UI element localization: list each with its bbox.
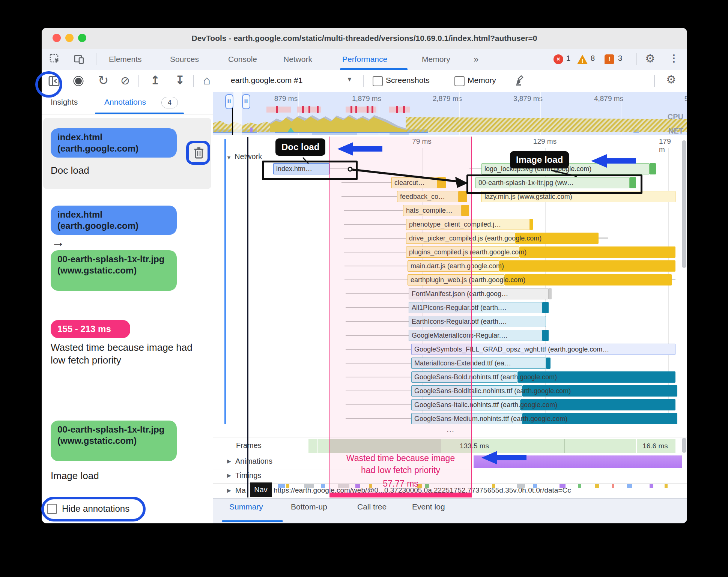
network-request-bar-download[interactable] — [505, 274, 672, 285]
tab-performance[interactable]: Performance — [342, 49, 387, 69]
overview-ruler-tick: 3,879 ms — [513, 95, 543, 103]
timeline-overview[interactable]: 879 ms1,879 ms2,879 ms3,879 ms4,879 ms5,… — [213, 92, 687, 135]
warning-badge-icon[interactable]: ! — [577, 55, 588, 64]
network-request-bar-download[interactable] — [520, 246, 675, 258]
long-task-marker — [350, 106, 352, 113]
annotation-connector-arrow: → — [51, 234, 65, 250]
overview-ruler-tick: 1,879 ms — [352, 95, 381, 103]
tab-console[interactable]: Console — [228, 49, 257, 69]
bottom-tab-bottom-up[interactable]: Bottom-up — [291, 502, 327, 511]
home-icon[interactable]: ⌂ — [203, 73, 211, 87]
tab-annotations[interactable]: Annotations — [104, 98, 146, 107]
window-handle-right[interactable]: II — [242, 94, 250, 109]
window-marker-line — [232, 108, 233, 135]
long-task-marker — [276, 106, 278, 113]
bottom-tab-summary[interactable]: Summary — [229, 502, 263, 511]
image-load-entry-outline — [466, 174, 642, 194]
clear-icon[interactable]: ⊘ — [120, 74, 130, 87]
main-collapse-icon[interactable]: ▶ — [227, 487, 231, 493]
warning-count: 8 — [591, 54, 595, 63]
long-task-marker — [367, 106, 369, 113]
tab-elements[interactable]: Elements — [109, 49, 142, 69]
tab-memory[interactable]: Memory — [422, 49, 450, 69]
network-request-bar-download[interactable] — [542, 302, 549, 313]
record-icon[interactable] — [73, 75, 84, 88]
sidebar-tab-underline — [95, 113, 184, 114]
tab-insights[interactable]: Insights — [51, 98, 78, 107]
frame-segment[interactable] — [308, 439, 317, 453]
tab-sources[interactable]: Sources — [170, 49, 199, 69]
network-request-bar-download[interactable] — [549, 288, 552, 299]
annotation-pill[interactable]: index.html (earth.google.com) — [51, 128, 177, 158]
titlebar: DevTools - earth.google.com/static/multi… — [42, 28, 687, 49]
network-request-bar-download[interactable] — [542, 330, 549, 341]
target-selector[interactable]: earth.google.com #1 — [231, 76, 302, 85]
upload-profile-icon[interactable]: ↥ — [150, 74, 160, 87]
track-label-main: Ma — [235, 486, 246, 495]
window-title: DevTools - earth.google.com/static/multi… — [42, 28, 687, 49]
long-task-marker — [403, 106, 405, 113]
tab-network[interactable]: Network — [283, 49, 312, 69]
kebab-menu-icon[interactable]: ⋮ — [669, 53, 679, 64]
annotation-label: Image load — [51, 469, 163, 482]
waterfall-scrollbar-thumb[interactable] — [682, 140, 686, 268]
overview-ruler-tick: 4,879 ms — [594, 95, 623, 103]
timings-collapse-icon[interactable]: ▶ — [227, 472, 231, 478]
network-track-label: Network — [235, 152, 262, 161]
animations-collapse-icon[interactable]: ▶ — [227, 458, 231, 464]
devtools-tabbar: ElementsSourcesConsoleNetworkPerformance… — [42, 49, 687, 70]
long-task-marker — [308, 106, 310, 113]
frame-duration-label-2: 16.6 ms — [642, 442, 668, 450]
annotations-count-badge: 4 — [161, 97, 178, 108]
selected-window-gap — [233, 92, 242, 135]
bottom-tab-event-log[interactable]: Event log — [412, 502, 445, 511]
garbage-collect-brush-icon[interactable] — [514, 74, 526, 89]
inspect-icon[interactable] — [49, 53, 61, 67]
window-handle-left[interactable]: II — [225, 94, 233, 109]
bottom-tab-call-tree[interactable]: Call tree — [357, 502, 387, 511]
bottom-panel-tabbar: SummaryBottom-upCall treeEvent log — [213, 498, 687, 523]
highlight-ring-sidebar-toggle — [35, 71, 62, 98]
long-task-marker — [317, 106, 319, 113]
network-collapse-icon[interactable]: ▼ — [226, 155, 232, 161]
network-request-bar-download[interactable] — [499, 260, 675, 272]
more-tabs-icon[interactable]: » — [474, 49, 478, 69]
net-track-label: NET — [668, 127, 683, 135]
device-toolbar-icon[interactable] — [73, 53, 85, 67]
chevron-down-icon[interactable]: ▼ — [346, 76, 353, 83]
settings-gear-icon[interactable]: ⚙ — [645, 52, 655, 65]
doc-load-pointer-arrow-icon — [336, 141, 384, 158]
error-badge-icon[interactable]: × — [554, 54, 563, 64]
toolbar-divider-2 — [193, 75, 194, 87]
annotation-pill[interactable]: 155 - 213 ms — [51, 320, 130, 338]
overview-ruler-tick: 879 ms — [274, 95, 298, 103]
network-request-bar-download[interactable] — [650, 163, 656, 174]
annotation-pill[interactable]: 00-earth-splash-1x-ltr.jpg (www.gstatic.… — [51, 421, 177, 461]
overview-ruler-tick: 2,879 ms — [433, 95, 462, 103]
navigation-marker-line — [247, 137, 248, 497]
overview-ruler-tick: 5,8 — [684, 95, 687, 103]
request-tail — [599, 237, 608, 239]
nav-marker-label: Nav — [250, 482, 272, 497]
issues-badge-icon[interactable]: ! — [605, 54, 614, 64]
screenshots-checkbox[interactable] — [373, 76, 383, 86]
network-request-bar-download[interactable] — [530, 219, 533, 230]
cpu-activity-chart — [213, 113, 687, 132]
request-tail — [672, 279, 675, 280]
reload-record-icon[interactable]: ↻ — [98, 73, 109, 88]
annotation-pill[interactable]: 00-earth-splash-1x-ltr.jpg (www.gstatic.… — [51, 250, 177, 291]
download-profile-icon[interactable]: ↧ — [175, 74, 185, 87]
network-request-bar-download[interactable] — [546, 358, 551, 369]
highlight-ring-hide-annotations — [41, 497, 146, 521]
long-task-marker — [372, 106, 373, 113]
capture-settings-gear-icon[interactable]: ⚙ — [666, 73, 676, 86]
tracks-scrollbar-thumb[interactable] — [682, 438, 686, 453]
animations-pointer-arrow-icon — [480, 450, 528, 467]
bottom-active-tab-underline — [222, 520, 283, 522]
wasted-time-text-line1: Wasted time because image — [329, 453, 472, 463]
memory-checkbox[interactable] — [454, 76, 465, 86]
toolbar-divider-4 — [654, 75, 655, 87]
track-label-animations: Animations — [235, 457, 272, 466]
annotation-pill[interactable]: index.html (earth.google.com) — [51, 206, 177, 235]
wasted-time-range-bar — [329, 493, 472, 497]
